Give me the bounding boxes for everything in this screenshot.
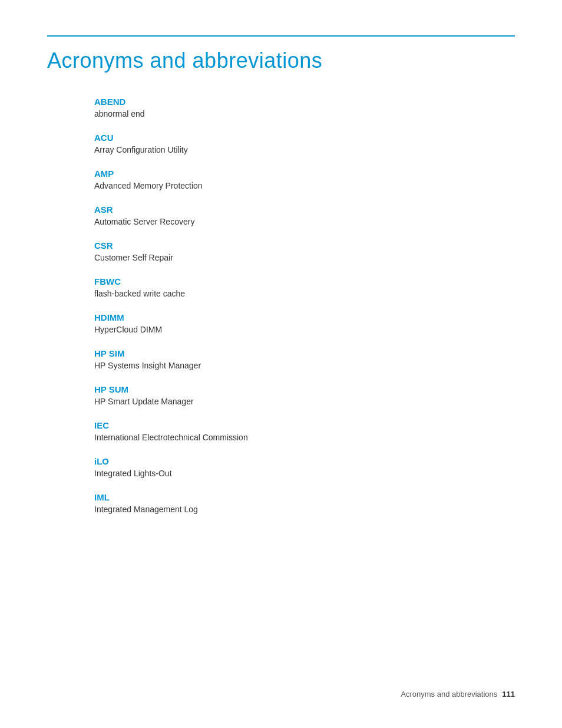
acronym-term: ABEND	[94, 97, 515, 107]
acronym-term: iLO	[94, 456, 515, 466]
list-item: AMPAdvanced Memory Protection	[94, 169, 515, 190]
acronym-definition: HP Systems Insight Manager	[94, 361, 515, 370]
list-item: ACUArray Configuration Utility	[94, 133, 515, 154]
acronym-term: FBWC	[94, 276, 515, 286]
list-item: HDIMMHyperCloud DIMM	[94, 312, 515, 334]
page-title: Acronyms and abbreviations	[47, 48, 515, 73]
acronym-definition: Automatic Server Recovery	[94, 217, 515, 226]
acronym-definition: flash-backed write cache	[94, 289, 515, 298]
acronym-definition: Advanced Memory Protection	[94, 181, 515, 190]
acronym-term: HP SIM	[94, 348, 515, 358]
acronym-term: ACU	[94, 133, 515, 143]
list-item: ASRAutomatic Server Recovery	[94, 205, 515, 226]
acronym-definition: Integrated Management Log	[94, 505, 515, 514]
acronym-term: ASR	[94, 205, 515, 215]
acronym-term: IML	[94, 492, 515, 502]
list-item: iLOIntegrated Lights-Out	[94, 456, 515, 478]
footer-page-number: 111	[502, 690, 515, 699]
acronym-list: ABENDabnormal endACUArray Configuration …	[94, 97, 515, 514]
acronym-definition: HyperCloud DIMM	[94, 325, 515, 334]
list-item: FBWCflash-backed write cache	[94, 276, 515, 298]
top-border	[47, 35, 515, 37]
acronym-definition: abnormal end	[94, 109, 515, 118]
page-footer: Acronyms and abbreviations 111	[401, 690, 515, 699]
acronym-definition: International Electrotechnical Commissio…	[94, 433, 515, 442]
list-item: HP SIMHP Systems Insight Manager	[94, 348, 515, 370]
list-item: HP SUMHP Smart Update Manager	[94, 384, 515, 406]
acronym-term: CSR	[94, 241, 515, 251]
acronym-term: AMP	[94, 169, 515, 179]
acronym-definition: Integrated Lights-Out	[94, 469, 515, 478]
acronym-definition: HP Smart Update Manager	[94, 397, 515, 406]
acronym-definition: Array Configuration Utility	[94, 145, 515, 154]
footer-label: Acronyms and abbreviations	[401, 690, 497, 699]
list-item: IECInternational Electrotechnical Commis…	[94, 420, 515, 442]
acronym-definition: Customer Self Repair	[94, 253, 515, 262]
acronym-term: HDIMM	[94, 312, 515, 322]
acronym-term: IEC	[94, 420, 515, 430]
list-item: CSRCustomer Self Repair	[94, 241, 515, 262]
acronym-term: HP SUM	[94, 384, 515, 394]
page-container: Acronyms and abbreviations ABENDabnormal…	[0, 0, 562, 728]
list-item: IMLIntegrated Management Log	[94, 492, 515, 514]
list-item: ABENDabnormal end	[94, 97, 515, 118]
